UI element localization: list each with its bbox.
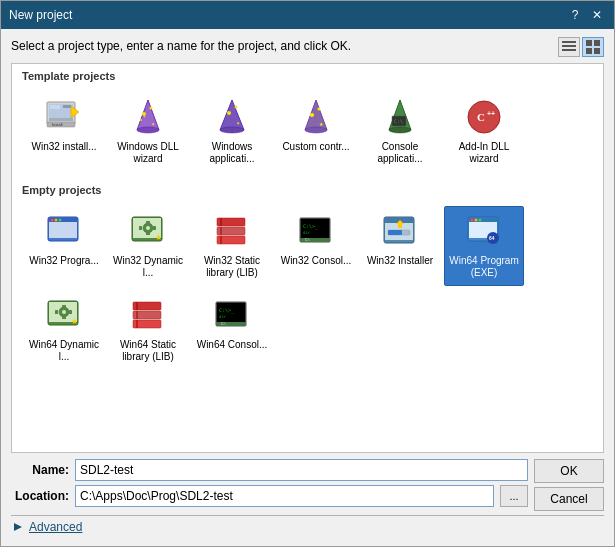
win32-prog-icon [44,211,84,251]
win64-prog-icon: 64 [464,211,504,251]
svg-point-78 [479,219,482,222]
project-item-win32-installer[interactable]: Win32 Installer [360,206,440,286]
svg-marker-22 [220,100,244,130]
svg-text:C:\: C:\ [221,322,226,326]
svg-rect-10 [63,105,71,108]
location-label: Location: [11,489,69,503]
name-label: Name: [11,463,69,477]
win32-prog-label: Win32 Progra... [29,255,98,267]
addin-dll-icon: C ++ [464,97,504,137]
grid-view-button[interactable] [582,37,604,57]
project-item-win32-prog[interactable]: Win32 Progra... [24,206,104,286]
project-item-windows-appli[interactable]: ✦ Windows applicati... [192,92,272,172]
project-item-console-appli[interactable]: C:\ Console applicati... [360,92,440,172]
svg-text:C:\>_: C:\>_ [219,307,235,314]
win32-static-label: Win32 Static library (LIB) [195,255,269,279]
win64-static-label: Win64 Static library (LIB) [111,339,185,363]
svg-point-48 [146,226,150,230]
win64-dynamic-icon: ★ [44,295,84,335]
win64-static-icon [128,295,168,335]
win32-dynamic-label: Win32 Dynamic l... [111,255,185,279]
svg-point-44 [59,219,62,222]
location-row: Location: ... [11,485,528,507]
list-view-button[interactable] [558,37,580,57]
svg-point-28 [305,127,327,133]
svg-text:C:\: C:\ [305,238,310,242]
project-item-win64-dynamic[interactable]: ★ Win64 Dynamic l... [24,290,104,370]
svg-rect-97 [217,303,245,323]
svg-rect-3 [586,40,592,46]
ok-button[interactable]: OK [534,459,604,483]
svg-text:★: ★ [155,233,162,242]
help-button[interactable]: ? [566,6,584,24]
svg-rect-4 [594,40,600,46]
cancel-button[interactable]: Cancel [534,487,604,511]
svg-rect-49 [146,221,150,224]
win64-consol-label: Win64 Consol... [197,339,268,351]
svg-rect-51 [139,226,142,230]
empty-projects-grid: Win32 Progra... [16,202,599,374]
project-item-addin-dll[interactable]: C ++ Add-In DLL wizard [444,92,524,172]
project-item-custom-contr[interactable]: ★ Custom contr... [276,92,356,172]
browse-button[interactable]: ... [500,485,528,507]
advanced-chevron-icon[interactable] [11,520,25,534]
svg-text:++: ++ [487,110,495,117]
svg-point-19 [140,119,142,121]
empty-projects-label: Empty projects [16,182,599,198]
name-input[interactable] [75,459,528,481]
windows-appli-label: Windows applicati... [195,141,269,165]
title-bar: New project ? ✕ [1,1,614,29]
svg-rect-2 [562,49,576,51]
custom-contr-icon: ★ [296,97,336,137]
project-item-win32-dynamic[interactable]: ★ Win32 Dynamic l... [108,206,188,286]
win64-consol-icon: C:\>_ dir C:\ [212,295,252,335]
windows-dll-label: Windows DLL wizard [111,141,185,165]
project-item-win32-install[interactable]: Install Win32 install... [24,92,104,172]
project-item-win64-prog[interactable]: 64 Win64 Program (EXE) [444,206,524,286]
win32-consol-icon: C:\>_ dir C:\ [296,211,336,251]
svg-point-23 [220,127,244,133]
svg-point-16 [137,127,159,133]
win32-install-icon: Install [44,97,84,137]
project-item-win32-static[interactable]: Win32 Static library (LIB) [192,206,272,286]
svg-point-25 [235,106,238,109]
windows-appli-icon: ✦ [212,97,252,137]
project-item-windows-dll[interactable]: ✦ ✦ Windows DLL wizard [108,92,188,172]
svg-marker-15 [137,100,159,130]
svg-marker-102 [14,523,22,531]
svg-rect-87 [55,310,58,314]
new-project-dialog: New project ? ✕ Select a project type, e… [0,0,615,547]
projects-section: Template projects Install [11,63,604,453]
dialog-body: Select a project type, enter a name for … [1,29,614,546]
project-item-win32-consol[interactable]: C:\>_ dir C:\ Win32 Consol... [276,206,356,286]
svg-point-77 [475,219,478,222]
advanced-row: Advanced [11,520,604,534]
svg-text:✦: ✦ [143,115,146,119]
console-appli-icon: C:\ [380,97,420,137]
svg-rect-11 [49,118,73,121]
advanced-label[interactable]: Advanced [29,520,82,534]
svg-rect-52 [153,226,156,230]
close-button[interactable]: ✕ [588,6,606,24]
svg-point-29 [310,113,314,117]
bottom-section: Name: Location: ... OK Cancel [11,459,604,538]
svg-point-43 [55,219,58,222]
svg-point-30 [318,108,321,111]
location-input[interactable] [75,485,494,507]
svg-text:✦: ✦ [236,120,240,126]
svg-rect-5 [586,48,592,54]
svg-rect-72 [398,224,402,228]
fields-area: Name: Location: ... [11,459,528,511]
project-item-win64-static[interactable]: Win64 Static library (LIB) [108,290,188,370]
header-row: Select a project type, enter a name for … [11,37,604,57]
custom-contr-label: Custom contr... [282,141,349,153]
template-projects-label: Template projects [16,68,599,84]
project-item-win64-consol[interactable]: C:\>_ dir C:\ Win64 Consol... [192,290,272,370]
svg-rect-0 [562,41,576,43]
divider [11,515,604,516]
dialog-subtitle: Select a project type, enter a name for … [11,37,351,57]
svg-text:★: ★ [71,317,78,326]
title-controls: ? ✕ [566,6,606,24]
bottom-row: Name: Location: ... OK Cancel [11,459,604,511]
view-toggle [558,37,604,57]
